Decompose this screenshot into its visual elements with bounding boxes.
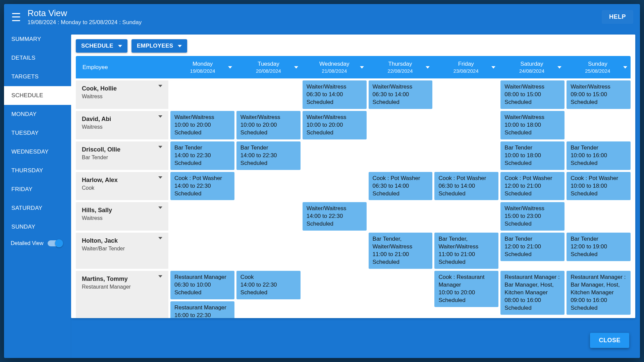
day-cell[interactable] (236, 202, 301, 231)
day-cell[interactable] (170, 80, 234, 109)
grid-scroll[interactable]: EmployeeMonday19/08/2024Tuesday20/08/202… (71, 56, 635, 318)
employee-cell[interactable]: Hills, SallyWaitress (76, 202, 168, 231)
shift-card[interactable]: Bar Tender, Waiter/Waitress11:00 to 21:0… (369, 233, 433, 269)
day-cell[interactable]: Bar Tender, Waiter/Waitress11:00 to 21:0… (434, 233, 498, 269)
employee-cell[interactable]: Cook, HollieWaitress (76, 80, 168, 109)
day-cell[interactable]: Waiter/Waitress10:00 to 20:00Scheduled (303, 111, 367, 139)
sidebar-item-details[interactable]: DETAILS (4, 49, 71, 67)
col-monday[interactable]: Monday19/08/2024 (170, 56, 235, 78)
day-cell[interactable] (369, 202, 433, 231)
employee-cell[interactable]: David, AbiWaitress (76, 111, 168, 139)
shift-card[interactable]: Waiter/Waitress10:00 to 20:00Scheduled (170, 111, 234, 139)
day-cell[interactable] (303, 172, 367, 200)
expand-employee[interactable] (158, 239, 162, 245)
col-wednesday[interactable]: Wednesday21/08/2024 (302, 56, 367, 78)
expand-employee[interactable] (158, 209, 162, 215)
shift-card[interactable]: Waiter/Waitress10:00 to 18:00Scheduled (500, 111, 565, 139)
day-cell[interactable]: Cook : Pot Washer06:30 to 14:00Scheduled (434, 172, 498, 200)
day-cell[interactable]: Cook : Restaurant Manager10:00 to 20:00S… (434, 271, 498, 318)
day-cell[interactable] (236, 80, 301, 109)
shift-card[interactable]: Waiter/Waitress10:00 to 20:00Scheduled (236, 111, 301, 139)
sidebar-item-monday[interactable]: MONDAY (4, 105, 71, 124)
shift-card[interactable]: Waiter/Waitress08:00 to 15:00Scheduled (500, 80, 565, 109)
shift-card[interactable]: Bar Tender12:00 to 19:00Scheduled (567, 233, 631, 261)
sidebar-item-sunday[interactable]: SUNDAY (4, 218, 71, 236)
shift-card[interactable]: Bar Tender10:00 to 18:00Scheduled (500, 141, 565, 170)
sidebar-item-targets[interactable]: TARGETS (4, 67, 71, 86)
sidebar-item-schedule[interactable]: SCHEDULE (4, 86, 71, 105)
col-sunday[interactable]: Sunday25/08/2024 (565, 56, 631, 78)
sidebar-item-summary[interactable]: SUMMARY (4, 30, 71, 49)
day-cell[interactable]: Waiter/Waitress08:00 to 15:00Scheduled (500, 80, 565, 109)
employees-dropdown[interactable]: EMPLOYEES (131, 39, 187, 53)
day-cell[interactable] (170, 202, 234, 231)
shift-card[interactable]: Cook : Pot Washer14:00 to 22:30Scheduled (170, 172, 234, 200)
shift-card[interactable]: Bar Tender14:00 to 22:30Scheduled (236, 141, 301, 170)
employee-cell[interactable]: Driscoll, OllieBar Tender (76, 141, 168, 170)
day-cell[interactable]: Bar Tender14:00 to 22:30Scheduled (170, 141, 234, 170)
expand-employee[interactable] (158, 278, 162, 284)
day-cell[interactable]: Waiter/Waitress06:30 to 14:00Scheduled (369, 80, 433, 109)
shift-card[interactable]: Bar Tender12:00 to 21:00Scheduled (500, 233, 565, 261)
expand-employee[interactable] (158, 179, 162, 185)
expand-employee[interactable] (158, 148, 162, 154)
day-cell[interactable]: Waiter/Waitress10:00 to 20:00Scheduled (170, 111, 234, 139)
shift-card[interactable]: Restaurant Manager : Bar Manager, Host, … (500, 271, 565, 315)
day-cell[interactable] (369, 141, 433, 170)
menu-button[interactable] (8, 9, 24, 25)
sidebar-item-thursday[interactable]: THURSDAY (4, 161, 71, 180)
day-cell[interactable]: Bar Tender12:00 to 19:00Scheduled (567, 233, 631, 269)
day-cell[interactable] (303, 271, 367, 318)
day-cell[interactable] (303, 233, 367, 269)
day-cell[interactable] (567, 111, 631, 139)
day-cell[interactable] (434, 111, 498, 139)
shift-card[interactable]: Restaurant Manager : Bar Manager, Host, … (567, 271, 631, 315)
shift-card[interactable]: Waiter/Waitress14:00 to 22:30Scheduled (303, 202, 367, 231)
day-cell[interactable]: Cook : Pot Washer14:00 to 22:30Scheduled (170, 172, 234, 200)
col-friday[interactable]: Friday23/08/2024 (433, 56, 499, 78)
shift-card[interactable]: Bar Tender10:00 to 16:00Scheduled (567, 141, 631, 170)
shift-card[interactable]: Waiter/Waitress06:30 to 14:00Scheduled (369, 80, 433, 109)
employee-cell[interactable]: Martins, TommyRestaurant Manager (76, 271, 168, 318)
shift-card[interactable]: Cook : Pot Washer10:00 to 18:00Scheduled (567, 172, 631, 200)
shift-card[interactable]: Waiter/Waitress09:00 to 15:00Scheduled (567, 80, 631, 109)
day-cell[interactable] (567, 202, 631, 231)
day-cell[interactable]: Bar Tender10:00 to 16:00Scheduled (567, 141, 631, 170)
detailed-view-switch[interactable] (48, 240, 62, 246)
employee-cell[interactable]: Harlow, AlexCook (76, 172, 168, 200)
sidebar-item-tuesday[interactable]: TUESDAY (4, 124, 71, 142)
day-cell[interactable]: Restaurant Manager : Bar Manager, Host, … (567, 271, 631, 318)
day-cell[interactable] (434, 80, 498, 109)
day-cell[interactable] (170, 233, 234, 269)
shift-card[interactable]: Cook : Pot Washer06:30 to 14:00Scheduled (369, 172, 433, 200)
shift-card[interactable]: Bar Tender14:00 to 22:30Scheduled (170, 141, 234, 170)
day-cell[interactable] (236, 233, 301, 269)
shift-card[interactable]: Waiter/Waitress10:00 to 20:00Scheduled (303, 111, 367, 139)
help-button[interactable]: HELP (602, 10, 633, 24)
day-cell[interactable] (434, 141, 498, 170)
day-cell[interactable]: Bar Tender10:00 to 18:00Scheduled (500, 141, 565, 170)
shift-card[interactable]: Waiter/Waitress15:00 to 23:00Scheduled (500, 202, 565, 231)
close-button[interactable]: CLOSE (590, 333, 629, 348)
day-cell[interactable]: Bar Tender, Waiter/Waitress11:00 to 21:0… (369, 233, 433, 269)
day-cell[interactable] (236, 172, 301, 200)
day-cell[interactable] (303, 141, 367, 170)
shift-card[interactable]: Waiter/Waitress06:30 to 14:00Scheduled (303, 80, 367, 109)
col-tuesday[interactable]: Tuesday20/08/2024 (235, 56, 301, 78)
day-cell[interactable]: Bar Tender14:00 to 22:30Scheduled (236, 141, 301, 170)
col-saturday[interactable]: Saturday24/08/2024 (499, 56, 565, 78)
day-cell[interactable]: Waiter/Waitress10:00 to 20:00Scheduled (236, 111, 301, 139)
shift-card[interactable]: Restaurant Manager06:30 to 10:00Schedule… (170, 271, 234, 299)
day-cell[interactable]: Waiter/Waitress14:00 to 22:30Scheduled (303, 202, 367, 231)
day-cell[interactable] (369, 111, 433, 139)
day-cell[interactable]: Restaurant Manager : Bar Manager, Host, … (500, 271, 565, 318)
sidebar-item-saturday[interactable]: SATURDAY (4, 199, 71, 218)
day-cell[interactable] (434, 202, 498, 231)
day-cell[interactable] (369, 271, 433, 318)
shift-card[interactable]: Cook : Pot Washer12:00 to 21:00Scheduled (500, 172, 565, 200)
shift-card[interactable]: Cook14:00 to 22:30Scheduled (236, 271, 301, 299)
sidebar-item-friday[interactable]: FRIDAY (4, 180, 71, 199)
day-cell[interactable]: Cook14:00 to 22:30Scheduled (236, 271, 301, 318)
shift-card[interactable]: Bar Tender, Waiter/Waitress11:00 to 21:0… (434, 233, 498, 269)
day-cell[interactable]: Waiter/Waitress09:00 to 15:00Scheduled (567, 80, 631, 109)
